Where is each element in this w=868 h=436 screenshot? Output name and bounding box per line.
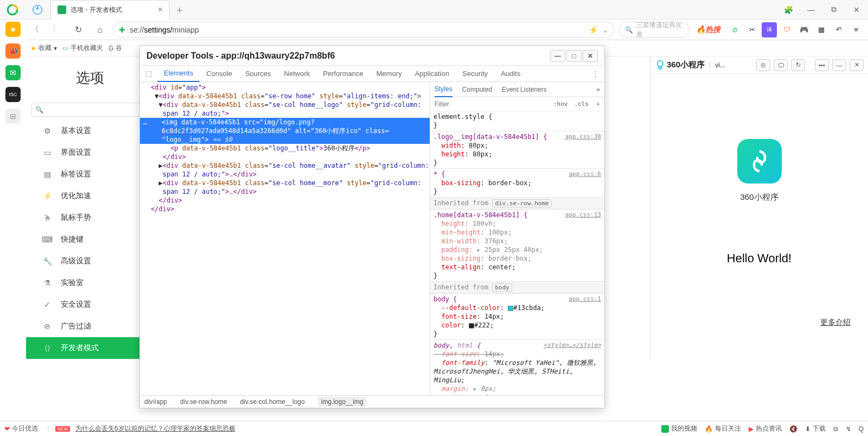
tab-application[interactable]: Application: [409, 66, 456, 82]
apps-icon[interactable]: ⊞: [5, 109, 21, 124]
snav-tabs[interactable]: ▤标签设置: [26, 163, 154, 185]
screenshot-icon[interactable]: ✂: [744, 22, 760, 37]
shield-icon[interactable]: 🛡: [779, 22, 794, 37]
chevron-down-icon[interactable]: ⌄: [602, 26, 609, 34]
snav-adblock[interactable]: ⊘广告过滤: [26, 315, 154, 337]
devtools-title: Developer Tools - app://qh13waury22p7m8b…: [146, 51, 550, 61]
monitor-icon[interactable]: 🖵: [774, 59, 788, 71]
url-field[interactable]: ✚ se://settings/miniapp ⚡ ⌄: [113, 22, 615, 38]
tab-sources[interactable]: Sources: [239, 66, 278, 82]
reload-button[interactable]: ↻: [69, 21, 87, 39]
hov-toggle[interactable]: :hov: [550, 100, 571, 108]
browser-tab[interactable]: 选项 - 开发者模式 ×: [50, 0, 170, 20]
zoom-icon[interactable]: Q: [859, 425, 864, 433]
dt-menu-icon[interactable]: ⋮: [586, 69, 604, 78]
isc-icon[interactable]: ISC: [5, 87, 21, 102]
close-icon[interactable]: ✕: [850, 59, 864, 71]
favorites-label[interactable]: ★收藏 ▾: [30, 43, 57, 53]
nav-compass-icon[interactable]: [24, 0, 50, 20]
tab-performance[interactable]: Performance: [316, 66, 369, 82]
block-icon[interactable]: ⊘: [727, 22, 742, 37]
rule-element-style[interactable]: element.style {}: [430, 111, 604, 131]
restore-icon[interactable]: ↶: [831, 22, 846, 37]
bc-1[interactable]: div.se-row.home: [180, 398, 227, 406]
refresh-icon[interactable]: ↻: [791, 59, 805, 71]
minimize-icon[interactable]: —: [832, 59, 846, 71]
snav-lab[interactable]: ⚗实验室: [26, 272, 154, 294]
snav-security[interactable]: ✓安全设置: [26, 294, 154, 315]
more-icon[interactable]: •••: [815, 59, 829, 71]
back-button[interactable]: 〈: [26, 21, 43, 39]
dom-tree[interactable]: <div id="app"> ▼<div data-v-584e45b1 cla…: [140, 82, 430, 395]
more-tabs-icon[interactable]: »: [596, 86, 600, 93]
tab-close-icon[interactable]: ×: [158, 5, 163, 15]
mobile-favorites[interactable]: ▭手机收藏夹: [62, 43, 103, 53]
rule-home[interactable]: app.css:13 .home[data-v-584e45b1] { heig…: [430, 210, 604, 282]
cls-toggle[interactable]: .cls: [571, 100, 592, 108]
dt-close[interactable]: ✕: [583, 50, 598, 62]
target-icon[interactable]: ◎: [756, 59, 770, 71]
dom-breadcrumb[interactable]: div#app div.se-row.home div.se-col.home_…: [140, 395, 604, 408]
weibo-icon[interactable]: 📣: [5, 43, 21, 59]
mute-icon[interactable]: 🔇: [789, 425, 797, 433]
rule-body[interactable]: app.css:1 body { --default-color: #13cbd…: [430, 294, 604, 340]
dt-maximize[interactable]: □: [566, 50, 582, 62]
new-tab-button[interactable]: ＋: [170, 3, 189, 16]
google-bookmark[interactable]: G 谷: [108, 43, 122, 53]
forward-button[interactable]: 〉: [48, 21, 65, 39]
tab-security[interactable]: Security: [456, 66, 494, 82]
styles-tab[interactable]: Styles: [435, 82, 452, 97]
rule-logo-img[interactable]: app.css:38 .logo__img[data-v-584e45b1] {…: [430, 131, 604, 169]
snav-basic[interactable]: ⚙基本设置: [26, 120, 154, 142]
bc-0[interactable]: div#app: [144, 398, 167, 406]
inspect-icon[interactable]: ⬚: [140, 66, 157, 82]
settings-search[interactable]: 🔍: [31, 103, 148, 117]
news-prev[interactable]: 〈: [43, 424, 50, 433]
snav-advanced[interactable]: 🔧高级设置: [26, 250, 154, 272]
mail-icon[interactable]: ✉: [5, 65, 21, 80]
styles-filter-input[interactable]: [430, 98, 550, 111]
download-link[interactable]: ⬇ 下载: [805, 424, 826, 433]
hot-search-label[interactable]: 🔥热搜: [694, 25, 723, 35]
snav-speed[interactable]: ⚡优化加速: [26, 185, 154, 207]
snav-shortcut[interactable]: ⌨快捷键: [26, 229, 154, 250]
bolt-icon[interactable]: ⚡: [589, 26, 598, 34]
my-video[interactable]: 我的视频: [661, 424, 697, 433]
snav-devmode[interactable]: ⟨⟩开发者模式: [26, 337, 154, 359]
pip-icon[interactable]: ⧉: [833, 425, 838, 433]
game-icon[interactable]: 🎮: [796, 22, 812, 37]
listeners-tab[interactable]: Event Listeners: [502, 86, 547, 93]
bc-3[interactable]: img.logo__img: [318, 397, 367, 407]
bc-2[interactable]: div.se-col.home__logo: [240, 398, 305, 406]
computed-tab[interactable]: Computed: [462, 86, 492, 93]
translate-icon[interactable]: 译: [762, 22, 777, 37]
settings-title: 选项: [26, 56, 154, 99]
news-headline[interactable]: 为什么会丢失6岁以前的记忆？心理学家的答案细思恐极: [75, 424, 235, 433]
tab-memory[interactable]: Memory: [370, 66, 409, 82]
net-icon[interactable]: ↯: [846, 425, 851, 433]
snav-ui[interactable]: ▭界面设置: [26, 142, 154, 163]
dt-minimize[interactable]: —: [550, 50, 565, 62]
close-button[interactable]: ✕: [845, 0, 868, 20]
add-rule-icon[interactable]: ＋: [592, 100, 604, 108]
maximize-button[interactable]: ⧉: [822, 0, 845, 20]
daily-focus[interactable]: 🔥每日关注: [705, 424, 741, 433]
rule-star[interactable]: app.css:6 * { box-sizing: border-box;}: [430, 169, 604, 198]
snav-mouse[interactable]: 🖱鼠标手势: [26, 207, 154, 229]
tab-audits[interactable]: Audits: [494, 66, 527, 82]
tab-elements[interactable]: Elements: [157, 66, 200, 82]
minimize-button[interactable]: —: [800, 0, 822, 20]
home-button[interactable]: ⌂: [91, 21, 108, 39]
tab-console[interactable]: Console: [200, 66, 239, 82]
search-box[interactable]: 🔍 三星堆遗址再次发: [619, 22, 690, 38]
today-picks[interactable]: ❤今日优选: [4, 424, 38, 433]
hot-news[interactable]: ▶热点资讯: [749, 424, 782, 433]
grid-icon[interactable]: ▦: [814, 22, 829, 37]
extension-icon[interactable]: 🧩: [777, 0, 800, 20]
menu-icon[interactable]: ≡: [848, 22, 864, 37]
svg-point-2: [659, 66, 662, 69]
tab-network[interactable]: Network: [278, 66, 317, 82]
favorites-icon[interactable]: ★: [5, 22, 21, 37]
rule-body-html[interactable]: <style>…</style> body, html { font-size:…: [430, 340, 604, 395]
more-link[interactable]: 更多介绍: [820, 318, 868, 327]
